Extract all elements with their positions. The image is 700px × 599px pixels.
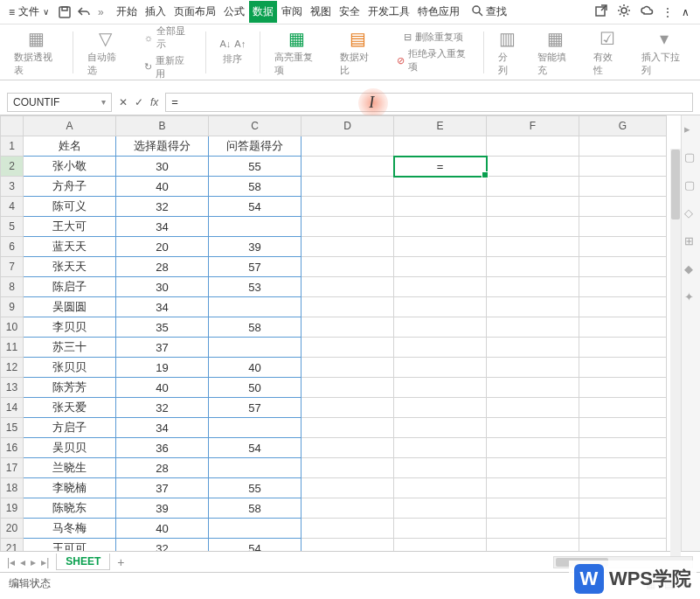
cell[interactable]: [394, 317, 487, 338]
col-header-G[interactable]: G: [579, 116, 667, 136]
cell[interactable]: 32: [116, 398, 209, 418]
cell[interactable]: [394, 197, 487, 217]
row-header[interactable]: 3: [1, 177, 24, 197]
cell[interactable]: [394, 257, 487, 277]
cell[interactable]: 57: [209, 257, 301, 277]
cell[interactable]: [579, 539, 667, 552]
cell[interactable]: [487, 217, 579, 237]
cancel-icon[interactable]: ✕: [119, 96, 128, 108]
cell[interactable]: 40: [116, 519, 209, 539]
cell[interactable]: 兰晓生: [24, 458, 116, 478]
col-header-B[interactable]: B: [116, 116, 209, 136]
cell[interactable]: 张天天: [24, 257, 116, 277]
cell[interactable]: 张贝贝: [24, 358, 116, 378]
row-header[interactable]: 6: [1, 237, 24, 257]
sidebar-tool-3[interactable]: ▢: [684, 178, 698, 192]
spreadsheet[interactable]: A B C D E F G 1 姓名 选择题得分 问答题得分 2 张小敬 30 …: [0, 115, 667, 551]
reapply-button[interactable]: ↻重新应用: [144, 54, 191, 80]
cell[interactable]: 蓝天天: [24, 237, 116, 257]
split-button[interactable]: ▥ 分列: [491, 26, 523, 79]
cell[interactable]: [301, 157, 394, 177]
cell[interactable]: [579, 277, 667, 297]
cell[interactable]: [579, 338, 667, 358]
cell[interactable]: [394, 438, 487, 458]
row-header[interactable]: 14: [1, 398, 24, 418]
cell[interactable]: 30: [116, 277, 209, 297]
del-dup-button[interactable]: ⊟删除重复项: [404, 31, 463, 44]
row-header[interactable]: 9: [1, 297, 24, 317]
scroll-thumb[interactable]: [671, 150, 680, 219]
tab-view[interactable]: 视图: [307, 1, 335, 23]
cell[interactable]: [487, 398, 579, 418]
cell[interactable]: 方启子: [24, 418, 116, 438]
cell[interactable]: 54: [209, 539, 301, 552]
sidebar-tool-1[interactable]: ▸: [684, 122, 698, 136]
cell[interactable]: [394, 539, 487, 552]
active-cell[interactable]: =: [394, 157, 487, 177]
cell[interactable]: [394, 398, 487, 418]
cell[interactable]: [579, 177, 667, 197]
cell[interactable]: [487, 297, 579, 317]
cell[interactable]: [579, 136, 667, 157]
cell[interactable]: [301, 136, 394, 157]
tab-featured[interactable]: 特色应用: [414, 1, 463, 23]
cell[interactable]: [301, 177, 394, 197]
sheet-tab[interactable]: SHEET: [56, 554, 110, 570]
tab-review[interactable]: 审阅: [278, 1, 306, 23]
tab-home[interactable]: 开始: [113, 1, 141, 23]
cell[interactable]: [394, 418, 487, 438]
sidebar-tool-5[interactable]: ⊞: [684, 234, 698, 248]
cell[interactable]: 39: [209, 237, 301, 257]
cell[interactable]: [487, 257, 579, 277]
cell[interactable]: [394, 277, 487, 297]
dropdown-button[interactable]: ▾ 插入下拉列: [634, 26, 693, 79]
row-header[interactable]: 4: [1, 197, 24, 217]
cell[interactable]: [487, 438, 579, 458]
cell[interactable]: [579, 398, 667, 418]
pivot-button[interactable]: ▦ 数据透视表: [7, 26, 66, 79]
cell[interactable]: [209, 338, 301, 358]
cell[interactable]: [487, 177, 579, 197]
cell[interactable]: 40: [209, 358, 301, 378]
row-header[interactable]: 13: [1, 378, 24, 398]
reject-dup-button[interactable]: ⊘拒绝录入重复项: [397, 47, 469, 73]
cell[interactable]: 马冬梅: [24, 519, 116, 539]
row-header[interactable]: 1: [1, 136, 24, 157]
compare-button[interactable]: ▤ 数据对比: [333, 26, 383, 79]
cell[interactable]: [487, 539, 579, 552]
cell[interactable]: [394, 519, 487, 539]
cell[interactable]: [579, 519, 667, 539]
cell[interactable]: [579, 458, 667, 478]
cell[interactable]: [394, 458, 487, 478]
row-header[interactable]: 18: [1, 478, 24, 498]
cell[interactable]: [394, 338, 487, 358]
cell[interactable]: [579, 478, 667, 498]
cell[interactable]: 30: [116, 157, 209, 177]
cell[interactable]: [209, 519, 301, 539]
search-button[interactable]: 查找: [470, 3, 507, 20]
cell[interactable]: 王可可: [24, 539, 116, 552]
row-header[interactable]: 17: [1, 458, 24, 478]
cell[interactable]: [579, 498, 667, 519]
cell[interactable]: 55: [209, 478, 301, 498]
cloud-icon[interactable]: [640, 3, 654, 20]
row-header[interactable]: 16: [1, 438, 24, 458]
cell[interactable]: [579, 217, 667, 237]
cell[interactable]: [301, 458, 394, 478]
cell[interactable]: 陈可义: [24, 197, 116, 217]
cell[interactable]: [579, 358, 667, 378]
cell[interactable]: 58: [209, 317, 301, 338]
cell[interactable]: [301, 418, 394, 438]
accept-icon[interactable]: ✓: [135, 96, 143, 108]
cell[interactable]: [394, 498, 487, 519]
cell[interactable]: 36: [116, 438, 209, 458]
cell[interactable]: 40: [116, 177, 209, 197]
cell[interactable]: [209, 418, 301, 438]
formula-input[interactable]: = I: [165, 93, 693, 112]
name-box[interactable]: COUNTIF ▾: [7, 93, 112, 112]
cell[interactable]: 28: [116, 458, 209, 478]
cell[interactable]: 李晓楠: [24, 478, 116, 498]
smartfill-button[interactable]: ▦ 智能填充: [530, 26, 580, 79]
cell[interactable]: 王大可: [24, 217, 116, 237]
col-header-A[interactable]: A: [24, 116, 116, 136]
